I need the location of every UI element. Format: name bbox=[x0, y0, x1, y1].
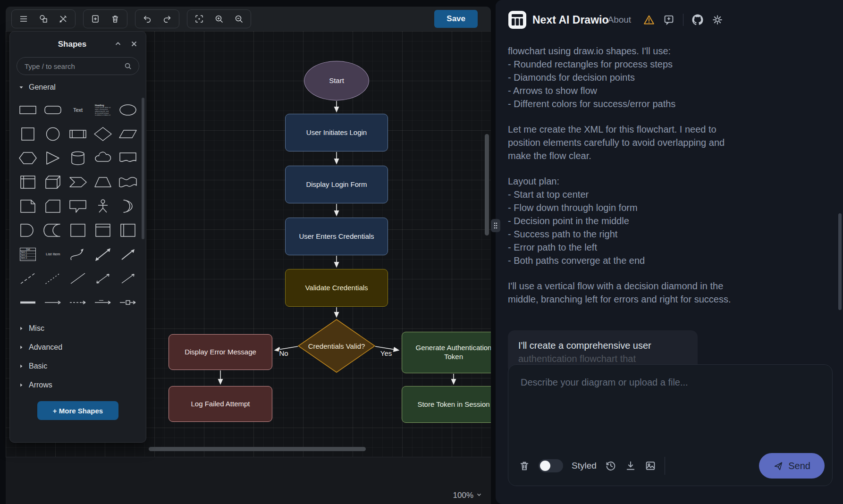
styled-toggle[interactable] bbox=[539, 459, 563, 472]
shape-dashed-line[interactable] bbox=[16, 266, 41, 290]
shape-process[interactable] bbox=[66, 122, 91, 146]
shape-arrow[interactable] bbox=[115, 242, 140, 266]
shape-hexagon[interactable] bbox=[16, 146, 41, 170]
warning-icon[interactable] bbox=[643, 14, 655, 25]
feedback-icon[interactable] bbox=[663, 14, 674, 25]
prompt-input[interactable] bbox=[520, 376, 821, 437]
shape-cube[interactable] bbox=[41, 170, 66, 194]
zoom-level-control[interactable]: 100% bbox=[453, 491, 482, 500]
close-panel-icon[interactable] bbox=[130, 40, 139, 49]
zoom-in-icon[interactable] bbox=[214, 14, 224, 24]
shape-symbol-connector[interactable] bbox=[115, 290, 140, 314]
undo-icon[interactable] bbox=[143, 14, 152, 24]
shape-horizontal-container[interactable] bbox=[115, 218, 140, 242]
fit-view-icon[interactable] bbox=[194, 14, 204, 24]
shape-circle[interactable] bbox=[41, 122, 66, 146]
flow-node-validate[interactable]: Validate Credentials bbox=[285, 269, 388, 307]
flow-node-initiate[interactable]: User Initiates Login bbox=[285, 114, 388, 151]
shapes-icon[interactable] bbox=[39, 14, 48, 24]
shape-directional-connector[interactable] bbox=[115, 266, 140, 290]
shape-cloud[interactable] bbox=[90, 146, 115, 170]
shape-container[interactable] bbox=[66, 218, 91, 242]
shapes-panel-header: Shapes bbox=[15, 36, 141, 52]
canvas-statusbar: 100% bbox=[6, 457, 491, 504]
section-basic[interactable]: Basic bbox=[15, 357, 141, 376]
shape-and[interactable] bbox=[16, 218, 41, 242]
shape-actor[interactable] bbox=[90, 194, 115, 218]
section-advanced[interactable]: Advanced bbox=[15, 338, 141, 357]
shape-or[interactable] bbox=[115, 194, 140, 218]
shapes-panel: Shapes General TextHeadingLorem ipsum do… bbox=[9, 31, 146, 443]
diagram-editor: Save NoYes StartUser Initiates LoginDisp… bbox=[0, 0, 496, 504]
shape-list-item[interactable]: List Item bbox=[41, 242, 66, 266]
shape-diamond[interactable] bbox=[90, 122, 115, 146]
menu-icon[interactable] bbox=[19, 14, 28, 24]
shape-search-input[interactable] bbox=[24, 62, 124, 71]
flow-node-token[interactable]: Generate Authentication Token bbox=[402, 332, 491, 373]
section-arrows[interactable]: Arrows bbox=[15, 376, 141, 395]
shape-dashed-connector[interactable] bbox=[66, 290, 91, 314]
clear-chat-trash-icon[interactable] bbox=[519, 460, 530, 471]
add-page-icon[interactable] bbox=[91, 14, 100, 24]
shape-text[interactable]: Text bbox=[66, 98, 91, 122]
shape-step[interactable] bbox=[66, 170, 91, 194]
download-icon[interactable] bbox=[625, 460, 636, 471]
edit-shapes-icon[interactable] bbox=[59, 14, 68, 24]
shape-textbox[interactable]: HeadingLorem ipsum dolor sit amet, conse… bbox=[90, 98, 115, 122]
image-upload-icon[interactable] bbox=[645, 460, 656, 471]
flow-node-credentials[interactable]: User Enters Credentials bbox=[285, 218, 388, 255]
flow-node-form[interactable]: Display Login Form bbox=[285, 166, 388, 203]
section-general[interactable]: General bbox=[15, 78, 141, 97]
github-icon[interactable] bbox=[692, 14, 703, 25]
settings-gear-icon[interactable] bbox=[712, 14, 723, 25]
shape-ellipse[interactable] bbox=[115, 98, 140, 122]
section-misc[interactable]: Misc bbox=[15, 319, 141, 338]
shape-rounded-rectangle[interactable] bbox=[41, 98, 66, 122]
shape-cylinder[interactable] bbox=[66, 146, 91, 170]
shape-triangle[interactable] bbox=[41, 146, 66, 170]
shape-vertical-container[interactable] bbox=[90, 218, 115, 242]
shapes-panel-scrollbar[interactable] bbox=[142, 98, 144, 239]
shape-card[interactable] bbox=[41, 194, 66, 218]
save-button[interactable]: Save bbox=[434, 10, 478, 28]
panel-resize-handle[interactable] bbox=[491, 219, 500, 232]
flow-node-log[interactable]: Log Failed Attempt bbox=[169, 386, 272, 422]
shape-link[interactable] bbox=[16, 290, 41, 314]
shape-list[interactable]: ListItem 1Item 2Item 3 bbox=[16, 242, 41, 266]
shape-line[interactable] bbox=[66, 266, 91, 290]
shape-callout[interactable] bbox=[66, 194, 91, 218]
canvas-horizontal-scrollbar[interactable] bbox=[149, 447, 366, 451]
shape-data-storage[interactable] bbox=[41, 218, 66, 242]
shape-tape[interactable] bbox=[115, 170, 140, 194]
shape-labeled-connector[interactable] bbox=[90, 290, 115, 314]
history-icon[interactable] bbox=[605, 460, 616, 471]
shape-bidirectional-connector[interactable] bbox=[90, 266, 115, 290]
svg-text:No: No bbox=[279, 349, 288, 357]
shape-bidirectional-arrow[interactable] bbox=[90, 242, 115, 266]
flow-node-error[interactable]: Display Error Message bbox=[169, 334, 272, 370]
canvas-vertical-scrollbar[interactable] bbox=[485, 134, 489, 235]
shape-square[interactable] bbox=[16, 122, 41, 146]
shape-document[interactable] bbox=[115, 146, 140, 170]
redo-icon[interactable] bbox=[162, 14, 172, 24]
shape-parallelogram[interactable] bbox=[115, 122, 140, 146]
about-link[interactable]: About bbox=[607, 15, 631, 25]
shape-note[interactable] bbox=[16, 194, 41, 218]
shape-dotted-line[interactable] bbox=[41, 266, 66, 290]
chat-scrollbar[interactable] bbox=[838, 213, 842, 310]
delete-icon[interactable] bbox=[110, 14, 120, 24]
shape-arrow-connector[interactable] bbox=[41, 290, 66, 314]
zoom-out-icon[interactable] bbox=[234, 14, 244, 24]
shape-curve[interactable] bbox=[66, 242, 91, 266]
collapsed-sections: MiscAdvancedBasicArrows bbox=[15, 319, 141, 395]
collapse-panel-icon[interactable] bbox=[114, 40, 123, 49]
flow-node-store[interactable]: Store Token in Session bbox=[402, 386, 491, 423]
shape-internal-storage[interactable] bbox=[16, 170, 41, 194]
more-shapes-button[interactable]: + More Shapes bbox=[37, 401, 118, 420]
flow-node-decision[interactable]: Credentials Valid? bbox=[298, 319, 375, 373]
shape-rectangle[interactable] bbox=[16, 98, 41, 122]
flow-node-start[interactable]: Start bbox=[304, 61, 369, 101]
shape-trapezoid[interactable] bbox=[90, 170, 115, 194]
prompt-input-container: Styled Send bbox=[508, 364, 833, 486]
send-button[interactable]: Send bbox=[759, 453, 825, 479]
